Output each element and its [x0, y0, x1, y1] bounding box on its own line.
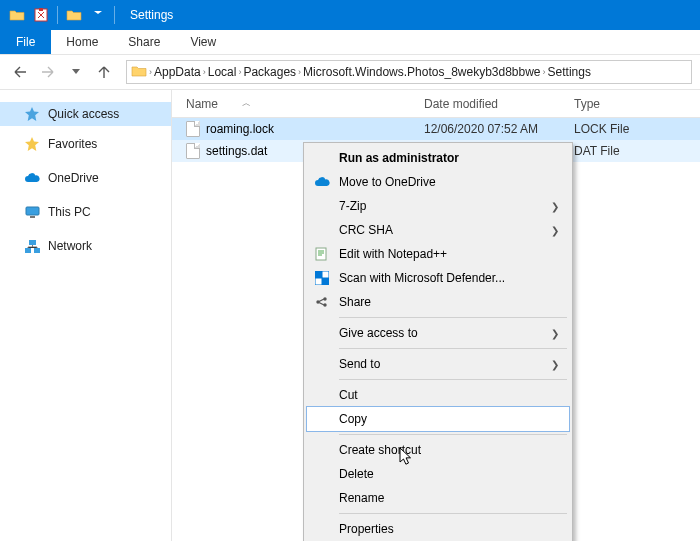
breadcrumb-segment[interactable]: Settings: [548, 65, 591, 79]
sidebar-item-favorites[interactable]: Favorites: [0, 132, 171, 156]
chevron-right-icon: ❯: [551, 328, 559, 339]
chevron-right-icon[interactable]: ›: [298, 67, 301, 77]
chevron-right-icon: ❯: [551, 201, 559, 212]
sidebar-item-label: This PC: [48, 205, 91, 219]
sidebar-item-this-pc[interactable]: This PC: [0, 200, 171, 224]
column-name-header[interactable]: Name ︿: [172, 97, 424, 111]
up-button[interactable]: [92, 60, 116, 84]
chevron-right-icon: ❯: [551, 359, 559, 370]
sidebar-item-network[interactable]: Network: [0, 234, 171, 258]
properties-icon[interactable]: [30, 4, 52, 26]
file-type: DAT File: [574, 144, 700, 158]
breadcrumb-segment[interactable]: Packages: [243, 65, 296, 79]
navigation-pane: Quick access Favorites OneDrive This PC …: [0, 90, 172, 541]
sidebar-item-label: Favorites: [48, 137, 97, 151]
menu-share[interactable]: Share: [307, 290, 569, 314]
svg-rect-11: [315, 278, 322, 285]
svg-rect-4: [30, 216, 35, 218]
share-tab[interactable]: Share: [113, 30, 175, 54]
menu-crc-sha[interactable]: CRC SHA ❯: [307, 218, 569, 242]
back-button[interactable]: [8, 60, 32, 84]
sidebar-item-label: OneDrive: [48, 171, 99, 185]
column-headers: Name ︿ Date modified Type: [172, 90, 700, 118]
chevron-right-icon[interactable]: ›: [543, 67, 546, 77]
file-tab[interactable]: File: [0, 30, 51, 54]
menu-separator: [339, 317, 567, 318]
menu-run-as-admin[interactable]: Run as administrator: [307, 146, 569, 170]
chevron-right-icon[interactable]: ›: [149, 67, 152, 77]
svg-point-14: [323, 297, 326, 300]
svg-rect-5: [29, 240, 36, 245]
separator: [114, 6, 115, 24]
file-icon: [186, 121, 200, 137]
menu-move-to-onedrive[interactable]: Move to OneDrive: [307, 170, 569, 194]
window-title: Settings: [130, 8, 173, 22]
menu-create-shortcut[interactable]: Create shortcut: [307, 438, 569, 462]
menu-give-access-to[interactable]: Give access to ❯: [307, 321, 569, 345]
svg-rect-8: [316, 248, 326, 260]
titlebar: Settings: [0, 0, 700, 30]
folder-icon[interactable]: [6, 4, 28, 26]
breadcrumb-segment[interactable]: Local: [208, 65, 237, 79]
star-icon: [24, 136, 40, 152]
menu-delete[interactable]: Delete: [307, 462, 569, 486]
address-bar[interactable]: › AppData › Local › Packages › Microsoft…: [126, 60, 692, 84]
file-date: 12/06/2020 07:52 AM: [424, 122, 574, 136]
network-icon: [24, 238, 40, 254]
column-date-header[interactable]: Date modified: [424, 97, 574, 111]
svg-rect-3: [26, 207, 39, 215]
ribbon-tabs: File Home Share View: [0, 30, 700, 55]
file-icon: [186, 143, 200, 159]
qat-dropdown-icon[interactable]: [87, 4, 109, 26]
recent-dropdown[interactable]: [64, 60, 88, 84]
column-type-header[interactable]: Type: [574, 97, 700, 111]
chevron-right-icon[interactable]: ›: [203, 67, 206, 77]
svg-rect-9: [315, 271, 322, 278]
cloud-icon: [314, 174, 330, 190]
menu-7zip[interactable]: 7-Zip ❯: [307, 194, 569, 218]
file-name: roaming.lock: [206, 122, 274, 136]
chevron-right-icon: ❯: [551, 225, 559, 236]
menu-properties[interactable]: Properties: [307, 517, 569, 541]
breadcrumb-segment[interactable]: AppData: [154, 65, 201, 79]
menu-scan-defender[interactable]: Scan with Microsoft Defender...: [307, 266, 569, 290]
menu-copy[interactable]: Copy: [307, 407, 569, 431]
menu-send-to[interactable]: Send to ❯: [307, 352, 569, 376]
menu-separator: [339, 379, 567, 380]
file-type: LOCK File: [574, 122, 700, 136]
nav-toolbar: › AppData › Local › Packages › Microsoft…: [0, 55, 700, 90]
home-tab[interactable]: Home: [51, 30, 113, 54]
menu-edit-notepadpp[interactable]: Edit with Notepad++: [307, 242, 569, 266]
file-row-selected[interactable]: roaming.lock 12/06/2020 07:52 AM LOCK Fi…: [172, 118, 700, 140]
folder-icon: [131, 63, 147, 82]
file-name: settings.dat: [206, 144, 267, 158]
separator: [57, 6, 58, 24]
monitor-icon: [24, 204, 40, 220]
share-icon: [314, 294, 330, 310]
menu-rename[interactable]: Rename: [307, 486, 569, 510]
cloud-icon: [24, 170, 40, 186]
svg-rect-10: [322, 271, 329, 278]
forward-button[interactable]: [36, 60, 60, 84]
svg-rect-7: [34, 248, 40, 253]
sidebar-item-onedrive[interactable]: OneDrive: [0, 166, 171, 190]
sidebar-item-quick-access[interactable]: Quick access: [0, 102, 171, 126]
quick-access-toolbar: [6, 4, 118, 26]
breadcrumb-segment[interactable]: Microsoft.Windows.Photos_8wekyb3d8bbwe: [303, 65, 540, 79]
sidebar-item-label: Network: [48, 239, 92, 253]
menu-cut[interactable]: Cut: [307, 383, 569, 407]
folder-icon-2[interactable]: [63, 4, 85, 26]
svg-rect-1: [39, 8, 43, 11]
chevron-right-icon[interactable]: ›: [238, 67, 241, 77]
notepad-icon: [314, 246, 330, 262]
star-icon: [24, 106, 40, 122]
shield-icon: [314, 270, 330, 286]
menu-separator: [339, 434, 567, 435]
svg-rect-6: [25, 248, 31, 253]
menu-separator: [339, 513, 567, 514]
view-tab[interactable]: View: [175, 30, 231, 54]
file-list-pane: Name ︿ Date modified Type roaming.lock 1…: [172, 90, 700, 541]
sidebar-item-label: Quick access: [48, 107, 119, 121]
context-menu: Run as administrator Move to OneDrive 7-…: [303, 142, 573, 541]
svg-point-13: [316, 300, 319, 303]
